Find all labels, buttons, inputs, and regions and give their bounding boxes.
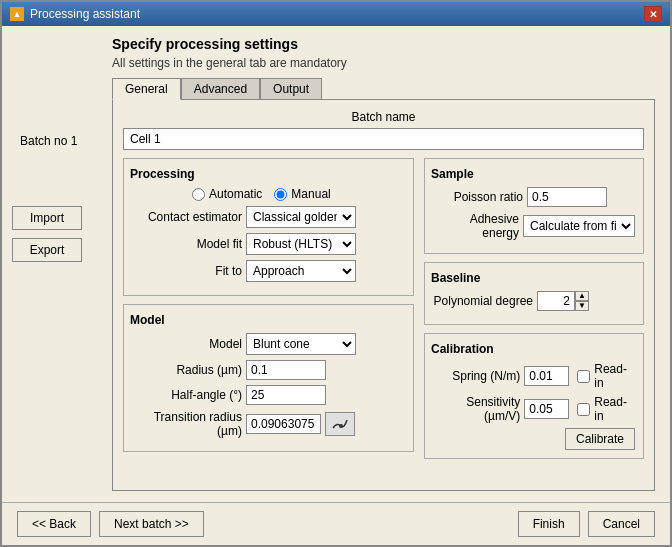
main-content: Specify processing settings All settings…: [102, 26, 670, 502]
batch-name-section: Batch name: [123, 110, 644, 150]
spring-label: Spring (N/m): [433, 369, 520, 383]
sensitivity-input[interactable]: [524, 399, 569, 419]
spinner-up-button[interactable]: ▲: [575, 291, 589, 301]
transition-radius-input[interactable]: [246, 414, 321, 434]
page-subtitle: All settings in the general tab are mand…: [112, 56, 655, 70]
left-column: Processing Automatic: [123, 158, 414, 467]
tab-general[interactable]: General: [112, 78, 181, 100]
spring-read-in-checkbox[interactable]: [577, 370, 590, 383]
tab-bar: General Advanced Output: [112, 78, 655, 100]
model-section-title: Model: [130, 313, 405, 327]
polynomial-degree-label: Polynomial degree: [433, 294, 533, 308]
contact-estimator-label: Contact estimator: [132, 210, 242, 224]
polynomial-degree-input[interactable]: [537, 291, 575, 311]
model-fit-select[interactable]: Robust (HLTS): [246, 233, 356, 255]
calibration-section: Calibration Spring (N/m) Read-in: [424, 333, 644, 459]
half-angle-input[interactable]: [246, 385, 326, 405]
adhesive-energy-select[interactable]: Calculate from fit: [523, 215, 635, 237]
titlebar: ▲ Processing assistant ✕: [2, 2, 670, 26]
bottom-right-buttons: Finish Cancel: [518, 511, 655, 537]
page-title: Specify processing settings: [112, 36, 655, 52]
bottom-bar: << Back Next batch >> Finish Cancel: [2, 502, 670, 545]
manual-label: Manual: [291, 187, 330, 201]
half-angle-label: Half-angle (°): [132, 388, 242, 402]
next-batch-button[interactable]: Next batch >>: [99, 511, 204, 537]
close-button[interactable]: ✕: [644, 6, 662, 22]
batch-name-input[interactable]: [123, 128, 644, 150]
draw-icon[interactable]: [325, 412, 355, 436]
polynomial-degree-row: Polynomial degree ▲ ▼: [433, 291, 635, 311]
spinner-down-button[interactable]: ▼: [575, 301, 589, 311]
header-section: Specify processing settings All settings…: [112, 36, 655, 70]
finish-button[interactable]: Finish: [518, 511, 580, 537]
poisson-ratio-row: Poisson ratio: [433, 187, 635, 207]
app-icon: ▲: [10, 7, 24, 21]
cancel-button[interactable]: Cancel: [588, 511, 655, 537]
sensitivity-read-in-label: Read-in: [594, 395, 635, 423]
automatic-radio[interactable]: [192, 188, 205, 201]
radius-input[interactable]: [246, 360, 326, 380]
processing-section-title: Processing: [130, 167, 405, 181]
tab-output[interactable]: Output: [260, 78, 322, 100]
bottom-left-buttons: << Back Next batch >>: [17, 511, 204, 537]
radius-row: Radius (µm): [132, 360, 405, 380]
fit-to-select[interactable]: Approach: [246, 260, 356, 282]
automatic-radio-item: Automatic: [192, 187, 262, 201]
model-section: Model Model Blunt cone: [123, 304, 414, 452]
spring-read-in-label: Read-in: [594, 362, 635, 390]
sensitivity-row: Sensitivity (µm/V) Read-in: [433, 395, 635, 423]
right-column: Sample Poisson ratio Adh: [424, 158, 644, 467]
tab-advanced[interactable]: Advanced: [181, 78, 260, 100]
main-window: ▲ Processing assistant ✕ Batch no 1 Impo…: [0, 0, 672, 547]
tab-general-content: Batch name Processing: [112, 99, 655, 491]
spring-row: Spring (N/m) Read-in: [433, 362, 635, 390]
model-select[interactable]: Blunt cone: [246, 333, 356, 355]
model-fit-label: Model fit: [132, 237, 242, 251]
processing-mode-group: Automatic Manual: [192, 187, 405, 201]
model-fit-row: Model fit Robust (HLTS): [132, 233, 405, 255]
svg-point-0: [339, 424, 343, 428]
export-button[interactable]: Export: [12, 238, 82, 262]
sample-section-title: Sample: [431, 167, 635, 181]
polynomial-degree-spinner: ▲ ▼: [537, 291, 589, 311]
manual-radio[interactable]: [274, 188, 287, 201]
sensitivity-read-in-checkbox[interactable]: [577, 403, 590, 416]
spinner-buttons: ▲ ▼: [575, 291, 589, 311]
transition-radius-label: Transition radius (µm): [132, 410, 242, 438]
fit-to-label: Fit to: [132, 264, 242, 278]
adhesive-energy-row: Adhesive energy Calculate from fit: [433, 212, 635, 240]
half-angle-row: Half-angle (°): [132, 385, 405, 405]
adhesive-energy-label: Adhesive energy: [433, 212, 519, 240]
transition-radius-row: Transition radius (µm): [132, 410, 405, 438]
automatic-label: Automatic: [209, 187, 262, 201]
spring-input[interactable]: [524, 366, 569, 386]
sample-section: Sample Poisson ratio Adh: [424, 158, 644, 254]
contact-estimator-row: Contact estimator Classical golden: [132, 206, 405, 228]
window-title: Processing assistant: [30, 7, 140, 21]
back-button[interactable]: << Back: [17, 511, 91, 537]
batch-no-label: Batch no 1: [20, 134, 77, 148]
radius-label: Radius (µm): [132, 363, 242, 377]
manual-radio-item: Manual: [274, 187, 330, 201]
fit-to-row: Fit to Approach: [132, 260, 405, 282]
titlebar-left: ▲ Processing assistant: [10, 7, 140, 21]
tabs-container: General Advanced Output Batch nam: [112, 78, 655, 492]
calibrate-button[interactable]: Calibrate: [565, 428, 635, 450]
processing-section: Processing Automatic: [123, 158, 414, 296]
import-button[interactable]: Import: [12, 206, 82, 230]
sensitivity-label: Sensitivity (µm/V): [433, 395, 520, 423]
contact-estimator-select[interactable]: Classical golden: [246, 206, 356, 228]
calibration-section-title: Calibration: [431, 342, 635, 356]
two-column-layout: Processing Automatic: [123, 158, 644, 467]
baseline-section: Baseline Polynomial degree ▲: [424, 262, 644, 325]
batch-name-label: Batch name: [123, 110, 644, 124]
poisson-ratio-label: Poisson ratio: [433, 190, 523, 204]
baseline-section-title: Baseline: [431, 271, 635, 285]
sidebar: Batch no 1 Import Export: [2, 26, 102, 502]
model-row: Model Blunt cone: [132, 333, 405, 355]
poisson-ratio-input[interactable]: [527, 187, 607, 207]
model-label: Model: [132, 337, 242, 351]
